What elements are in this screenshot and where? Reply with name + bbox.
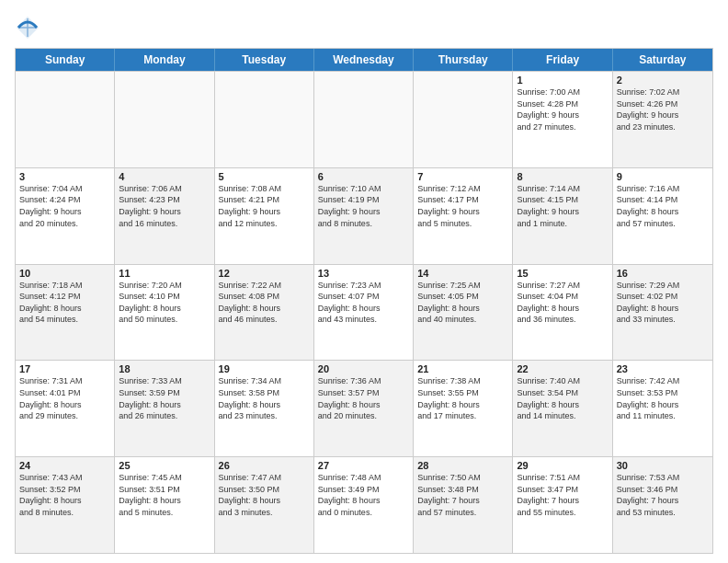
calendar-cell: 2Sunrise: 7:02 AM Sunset: 4:26 PM Daylig… — [613, 72, 712, 167]
day-info: Sunrise: 7:40 AM Sunset: 3:54 PM Dayligh… — [517, 375, 608, 421]
day-info: Sunrise: 7:06 AM Sunset: 4:23 PM Dayligh… — [119, 183, 210, 229]
header-day-wednesday: Wednesday — [314, 49, 414, 71]
day-info: Sunrise: 7:18 AM Sunset: 4:12 PM Dayligh… — [19, 280, 110, 326]
day-number: 10 — [19, 268, 110, 279]
day-info: Sunrise: 7:08 AM Sunset: 4:21 PM Dayligh… — [219, 183, 310, 229]
calendar-cell: 7Sunrise: 7:12 AM Sunset: 4:17 PM Daylig… — [414, 168, 513, 264]
day-number: 7 — [417, 171, 508, 182]
page: SundayMondayTuesdayWednesdayThursdayFrid… — [0, 0, 728, 563]
day-number: 21 — [417, 363, 508, 374]
calendar-cell: 10Sunrise: 7:18 AM Sunset: 4:12 PM Dayli… — [16, 265, 115, 361]
logo — [15, 15, 44, 40]
calendar-cell: 12Sunrise: 7:22 AM Sunset: 4:08 PM Dayli… — [215, 265, 314, 361]
day-info: Sunrise: 7:31 AM Sunset: 4:01 PM Dayligh… — [19, 375, 110, 421]
calendar-cell: 13Sunrise: 7:23 AM Sunset: 4:07 PM Dayli… — [314, 265, 414, 361]
day-info: Sunrise: 7:12 AM Sunset: 4:17 PM Dayligh… — [417, 183, 508, 229]
day-info: Sunrise: 7:34 AM Sunset: 3:58 PM Dayligh… — [219, 375, 310, 421]
day-number: 22 — [517, 363, 608, 374]
calendar-cell: 18Sunrise: 7:33 AM Sunset: 3:59 PM Dayli… — [115, 361, 214, 456]
calendar-week-4: 17Sunrise: 7:31 AM Sunset: 4:01 PM Dayli… — [16, 360, 712, 456]
calendar-cell: 17Sunrise: 7:31 AM Sunset: 4:01 PM Dayli… — [16, 361, 115, 456]
calendar-cell: 22Sunrise: 7:40 AM Sunset: 3:54 PM Dayli… — [513, 361, 612, 456]
day-info: Sunrise: 7:50 AM Sunset: 3:48 PM Dayligh… — [417, 472, 508, 518]
day-number: 1 — [517, 75, 608, 86]
day-number: 9 — [617, 171, 709, 182]
day-number: 30 — [617, 460, 709, 471]
day-info: Sunrise: 7:45 AM Sunset: 3:51 PM Dayligh… — [119, 472, 210, 518]
day-number: 3 — [19, 171, 110, 182]
calendar-cell: 28Sunrise: 7:50 AM Sunset: 3:48 PM Dayli… — [414, 457, 513, 553]
calendar-cell: 21Sunrise: 7:38 AM Sunset: 3:55 PM Dayli… — [414, 361, 513, 456]
day-number: 6 — [318, 171, 409, 182]
header-day-sunday: Sunday — [16, 49, 115, 71]
calendar-cell — [314, 72, 414, 167]
header — [15, 15, 713, 40]
day-number: 20 — [318, 363, 409, 374]
day-info: Sunrise: 7:33 AM Sunset: 3:59 PM Dayligh… — [119, 375, 210, 421]
calendar-cell: 27Sunrise: 7:48 AM Sunset: 3:49 PM Dayli… — [314, 457, 414, 553]
day-info: Sunrise: 7:29 AM Sunset: 4:02 PM Dayligh… — [617, 280, 709, 326]
day-info: Sunrise: 7:22 AM Sunset: 4:08 PM Dayligh… — [219, 280, 310, 326]
calendar-cell: 30Sunrise: 7:53 AM Sunset: 3:46 PM Dayli… — [613, 457, 712, 553]
calendar-cell: 1Sunrise: 7:00 AM Sunset: 4:28 PM Daylig… — [513, 72, 612, 167]
day-info: Sunrise: 7:04 AM Sunset: 4:24 PM Dayligh… — [19, 183, 110, 229]
calendar-cell: 8Sunrise: 7:14 AM Sunset: 4:15 PM Daylig… — [513, 168, 612, 264]
day-info: Sunrise: 7:25 AM Sunset: 4:05 PM Dayligh… — [417, 280, 508, 326]
calendar-week-3: 10Sunrise: 7:18 AM Sunset: 4:12 PM Dayli… — [16, 264, 712, 361]
day-number: 2 — [617, 75, 709, 86]
day-number: 29 — [517, 460, 608, 471]
day-info: Sunrise: 7:00 AM Sunset: 4:28 PM Dayligh… — [517, 86, 608, 132]
day-number: 18 — [119, 363, 210, 374]
day-number: 27 — [318, 460, 409, 471]
day-number: 28 — [417, 460, 508, 471]
day-info: Sunrise: 7:10 AM Sunset: 4:19 PM Dayligh… — [318, 183, 409, 229]
calendar-cell — [414, 72, 513, 167]
day-number: 12 — [219, 268, 310, 279]
day-info: Sunrise: 7:53 AM Sunset: 3:46 PM Dayligh… — [617, 472, 709, 518]
calendar-cell — [215, 72, 314, 167]
day-number: 17 — [19, 363, 110, 374]
day-number: 13 — [318, 268, 409, 279]
logo-icon — [15, 15, 40, 40]
day-number: 14 — [417, 268, 508, 279]
day-info: Sunrise: 7:20 AM Sunset: 4:10 PM Dayligh… — [119, 280, 210, 326]
day-number: 24 — [19, 460, 110, 471]
day-number: 5 — [219, 171, 310, 182]
day-number: 25 — [119, 460, 210, 471]
day-info: Sunrise: 7:42 AM Sunset: 3:53 PM Dayligh… — [617, 375, 709, 421]
day-number: 11 — [119, 268, 210, 279]
calendar-cell: 4Sunrise: 7:06 AM Sunset: 4:23 PM Daylig… — [115, 168, 214, 264]
calendar-cell: 29Sunrise: 7:51 AM Sunset: 3:47 PM Dayli… — [513, 457, 612, 553]
day-info: Sunrise: 7:14 AM Sunset: 4:15 PM Dayligh… — [517, 183, 608, 229]
calendar-cell: 23Sunrise: 7:42 AM Sunset: 3:53 PM Dayli… — [613, 361, 712, 456]
day-number: 15 — [517, 268, 608, 279]
calendar-cell: 3Sunrise: 7:04 AM Sunset: 4:24 PM Daylig… — [16, 168, 115, 264]
calendar: SundayMondayTuesdayWednesdayThursdayFrid… — [15, 48, 713, 554]
day-number: 19 — [219, 363, 310, 374]
day-number: 26 — [219, 460, 310, 471]
calendar-cell: 25Sunrise: 7:45 AM Sunset: 3:51 PM Dayli… — [115, 457, 214, 553]
day-number: 8 — [517, 171, 608, 182]
day-info: Sunrise: 7:43 AM Sunset: 3:52 PM Dayligh… — [19, 472, 110, 518]
day-info: Sunrise: 7:16 AM Sunset: 4:14 PM Dayligh… — [617, 183, 709, 229]
calendar-cell: 14Sunrise: 7:25 AM Sunset: 4:05 PM Dayli… — [414, 265, 513, 361]
calendar-cell: 26Sunrise: 7:47 AM Sunset: 3:50 PM Dayli… — [215, 457, 314, 553]
calendar-cell: 19Sunrise: 7:34 AM Sunset: 3:58 PM Dayli… — [215, 361, 314, 456]
day-info: Sunrise: 7:02 AM Sunset: 4:26 PM Dayligh… — [617, 86, 709, 132]
calendar-cell: 20Sunrise: 7:36 AM Sunset: 3:57 PM Dayli… — [314, 361, 414, 456]
header-day-monday: Monday — [115, 49, 214, 71]
day-number: 16 — [617, 268, 709, 279]
header-day-friday: Friday — [513, 49, 612, 71]
calendar-cell: 16Sunrise: 7:29 AM Sunset: 4:02 PM Dayli… — [613, 265, 712, 361]
calendar-cell: 5Sunrise: 7:08 AM Sunset: 4:21 PM Daylig… — [215, 168, 314, 264]
day-info: Sunrise: 7:48 AM Sunset: 3:49 PM Dayligh… — [318, 472, 409, 518]
day-info: Sunrise: 7:36 AM Sunset: 3:57 PM Dayligh… — [318, 375, 409, 421]
header-day-tuesday: Tuesday — [215, 49, 314, 71]
day-info: Sunrise: 7:23 AM Sunset: 4:07 PM Dayligh… — [318, 280, 409, 326]
calendar-cell — [115, 72, 214, 167]
calendar-cell — [16, 72, 115, 167]
calendar-body: 1Sunrise: 7:00 AM Sunset: 4:28 PM Daylig… — [16, 71, 712, 553]
day-number: 4 — [119, 171, 210, 182]
day-number: 23 — [617, 363, 709, 374]
day-info: Sunrise: 7:27 AM Sunset: 4:04 PM Dayligh… — [517, 280, 608, 326]
